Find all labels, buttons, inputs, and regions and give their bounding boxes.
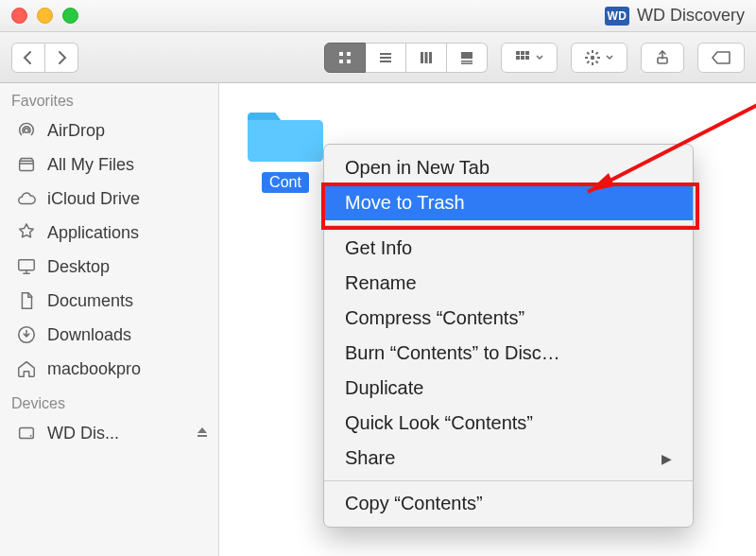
sidebar-item-icloud-drive[interactable]: iCloud Drive <box>0 182 218 216</box>
sidebar-item-all-my-files[interactable]: All My Files <box>0 148 218 182</box>
svg-rect-2 <box>339 60 343 63</box>
ctx-get-info[interactable]: Get Info <box>324 231 693 266</box>
svg-rect-3 <box>347 60 351 63</box>
ctx-move-to-trash[interactable]: Move to Trash <box>324 185 693 220</box>
folder-item-contents[interactable]: Cont <box>238 102 333 193</box>
svg-rect-11 <box>461 61 472 62</box>
sidebar-item-device-wd[interactable]: WD Dis... <box>0 416 218 450</box>
wd-app-icon: WD <box>605 7 629 26</box>
ctx-burn[interactable]: Burn “Contents” to Disc… <box>324 336 693 371</box>
share-button[interactable] <box>641 43 684 73</box>
ctx-item-label: Open in New Tab <box>345 157 490 179</box>
sidebar-item-label: Documents <box>47 291 133 311</box>
ctx-quick-look[interactable]: Quick Look “Contents” <box>324 406 693 441</box>
home-icon <box>15 358 38 379</box>
ctx-item-label: Compress “Contents” <box>345 307 524 329</box>
icon-view-button[interactable] <box>324 43 366 73</box>
ctx-share[interactable]: Share ▶ <box>324 441 693 476</box>
tag-icon <box>712 51 730 64</box>
ctx-item-label: Share <box>345 447 395 469</box>
view-mode-segmented <box>324 43 488 73</box>
sidebar-item-desktop[interactable]: Desktop <box>0 250 218 284</box>
arrange-icon <box>515 50 530 65</box>
svg-line-26 <box>587 61 589 62</box>
columns-icon <box>419 50 434 65</box>
svg-point-19 <box>591 55 594 59</box>
svg-rect-8 <box>425 52 428 63</box>
eject-icon[interactable] <box>196 426 209 442</box>
svg-rect-31 <box>19 260 35 270</box>
ctx-item-label: Move to Trash <box>345 192 465 214</box>
ctx-item-label: Burn “Contents” to Disc… <box>345 342 560 364</box>
submenu-arrow-icon: ▶ <box>662 451 672 466</box>
tags-button[interactable] <box>697 43 745 73</box>
ctx-item-label: Quick Look “Contents” <box>345 412 533 434</box>
action-button[interactable] <box>571 43 627 73</box>
chevron-right-icon <box>54 50 69 65</box>
svg-rect-16 <box>516 56 520 60</box>
arrange-button[interactable] <box>501 43 558 73</box>
sidebar-item-home[interactable]: macbookpro <box>0 352 218 386</box>
toolbar <box>0 32 756 83</box>
window-title: WD WD Discovery <box>605 6 745 26</box>
sidebar-item-label: Downloads <box>47 325 131 345</box>
chevron-down-icon <box>606 55 613 61</box>
svg-rect-7 <box>421 52 423 63</box>
sidebar-item-label: Applications <box>47 223 139 243</box>
svg-rect-12 <box>461 62 472 64</box>
ctx-compress[interactable]: Compress “Contents” <box>324 301 693 336</box>
ctx-item-label: Copy “Contents” <box>345 493 483 514</box>
sidebar-header-devices: Devices <box>0 391 218 416</box>
share-icon <box>655 50 670 65</box>
svg-rect-15 <box>525 51 529 55</box>
applications-icon <box>15 222 38 243</box>
downloads-icon <box>15 324 38 345</box>
column-view-button[interactable] <box>406 43 447 73</box>
svg-rect-13 <box>516 51 520 55</box>
ctx-item-label: Duplicate <box>345 377 423 399</box>
ctx-open-new-tab[interactable]: Open in New Tab <box>324 150 693 185</box>
sidebar-item-label: AirDrop <box>47 121 105 141</box>
back-button[interactable] <box>11 43 45 73</box>
ctx-rename[interactable]: Rename <box>324 266 693 301</box>
window-title-text: WD Discovery <box>637 6 745 26</box>
sidebar-item-downloads[interactable]: Downloads <box>0 318 218 352</box>
sidebar-item-airdrop[interactable]: AirDrop <box>0 113 218 148</box>
list-icon <box>378 50 393 65</box>
ctx-duplicate[interactable]: Duplicate <box>324 371 693 406</box>
svg-line-25 <box>596 61 598 62</box>
ctx-copy[interactable]: Copy “Contents” <box>324 486 693 521</box>
close-window-button[interactable] <box>11 8 27 24</box>
coverflow-view-button[interactable] <box>447 43 488 73</box>
context-menu: Open in New Tab Move to Trash Get Info R… <box>323 144 694 528</box>
sidebar-item-label: All My Files <box>47 155 134 175</box>
gallery-icon <box>459 50 474 65</box>
title-bar: WD WD Discovery <box>0 0 756 32</box>
svg-rect-30 <box>20 161 34 170</box>
forward-button[interactable] <box>45 43 78 73</box>
desktop-icon <box>15 256 38 277</box>
grid-icon <box>337 50 352 65</box>
svg-rect-10 <box>461 52 472 59</box>
svg-rect-17 <box>521 56 524 60</box>
svg-point-29 <box>25 129 29 133</box>
sidebar-item-label: WD Dis... <box>47 424 119 443</box>
ctx-separator <box>324 480 693 481</box>
sidebar-item-label: Desktop <box>47 257 110 277</box>
sidebar-item-label: iCloud Drive <box>47 189 140 209</box>
content-pane[interactable]: Cont Open in New Tab Move to Trash Get I… <box>219 83 756 556</box>
sidebar: Favorites AirDrop All My Files iCloud Dr… <box>0 83 219 556</box>
svg-rect-9 <box>429 52 432 63</box>
svg-point-34 <box>30 435 32 437</box>
sidebar-header-favorites: Favorites <box>0 89 218 113</box>
sidebar-item-documents[interactable]: Documents <box>0 284 218 318</box>
svg-rect-4 <box>380 53 391 55</box>
ctx-separator <box>324 225 693 226</box>
documents-icon <box>15 290 38 311</box>
svg-rect-33 <box>20 428 34 439</box>
sidebar-item-applications[interactable]: Applications <box>0 216 218 250</box>
list-view-button[interactable] <box>366 43 406 73</box>
svg-rect-1 <box>347 52 351 56</box>
minimize-window-button[interactable] <box>37 8 53 24</box>
zoom-window-button[interactable] <box>62 8 78 24</box>
